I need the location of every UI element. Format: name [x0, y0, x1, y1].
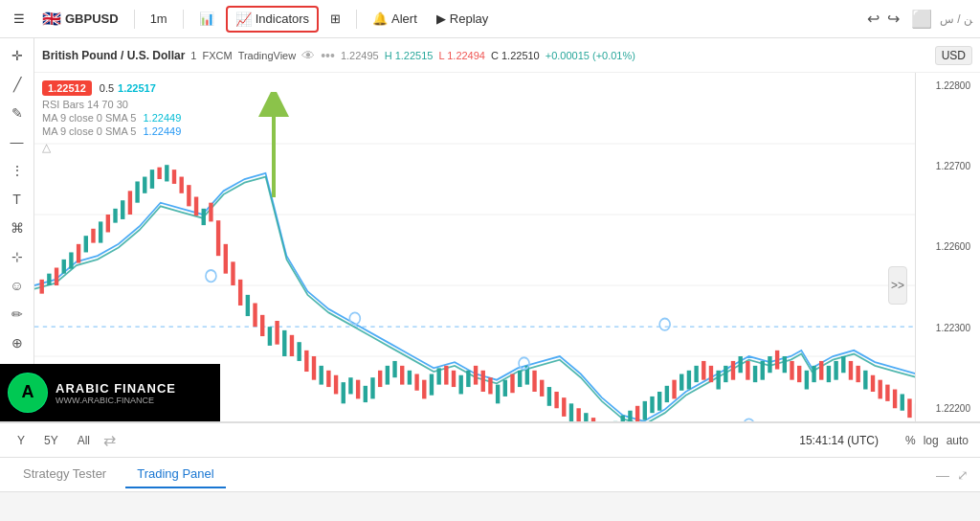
- svg-rect-116: [834, 361, 837, 380]
- svg-rect-66: [466, 371, 470, 387]
- percent-button[interactable]: %: [905, 434, 916, 447]
- chart-type-button[interactable]: 📊: [191, 8, 222, 30]
- svg-rect-106: [761, 361, 765, 380]
- svg-rect-107: [768, 356, 771, 373]
- cursor-tool[interactable]: ✛: [4, 42, 31, 69]
- dots-icon[interactable]: •••: [321, 48, 335, 63]
- fib-tool[interactable]: ⋮: [4, 157, 31, 184]
- svg-rect-47: [326, 371, 330, 387]
- svg-rect-42: [290, 335, 294, 356]
- svg-rect-22: [143, 177, 146, 193]
- alert-button[interactable]: 🔔 Alert: [365, 8, 425, 30]
- svg-rect-29: [194, 197, 198, 216]
- price-level-6: 1.22200: [918, 403, 974, 414]
- svg-rect-12: [69, 252, 73, 268]
- svg-rect-105: [753, 366, 757, 382]
- svg-rect-97: [694, 366, 698, 382]
- menu-icon: ☰: [13, 11, 25, 26]
- account-menu[interactable]: ﻦ / ﺱ: [940, 12, 972, 26]
- svg-rect-104: [746, 361, 749, 380]
- chart-collapse-button[interactable]: >>: [888, 266, 907, 305]
- svg-rect-49: [342, 382, 345, 403]
- 5year-button[interactable]: 5Y: [38, 431, 64, 450]
- eye-icon[interactable]: 👁: [301, 48, 315, 63]
- svg-rect-60: [422, 380, 426, 399]
- indicators-button[interactable]: 📈 Indicators: [226, 6, 319, 33]
- price-level-5: 1.22300: [918, 323, 974, 333]
- svg-rect-23: [150, 170, 154, 189]
- currency-badge[interactable]: USD: [935, 46, 972, 65]
- year-button[interactable]: Y: [11, 431, 31, 450]
- candle-icon: 📊: [199, 11, 214, 26]
- zoom-in-tool[interactable]: ⊕: [4, 329, 31, 356]
- svg-rect-73: [518, 371, 522, 387]
- svg-rect-39: [268, 327, 272, 346]
- af-brand-text: ARABIC FINANCE WWW.ARABIC.FINANCE: [56, 381, 176, 405]
- svg-rect-35: [238, 280, 242, 306]
- replay-button[interactable]: ▶ Replay: [429, 8, 496, 30]
- horizontal-line-tool[interactable]: —: [4, 128, 31, 155]
- svg-rect-98: [702, 361, 705, 380]
- alert-icon: 🔔: [372, 11, 388, 26]
- replay-label: Replay: [450, 11, 488, 26]
- svg-rect-94: [672, 380, 676, 399]
- svg-rect-113: [812, 366, 815, 382]
- layout-button[interactable]: ⊞: [323, 8, 348, 30]
- auto-button[interactable]: auto: [947, 434, 969, 447]
- expand-panel-button[interactable]: ⤢: [957, 467, 969, 483]
- svg-point-136: [349, 312, 360, 324]
- svg-rect-71: [503, 380, 507, 396]
- tab-strategy-tester[interactable]: Strategy Tester: [11, 461, 118, 488]
- symbol-selector[interactable]: 🇬🇧 GBPUSD: [34, 6, 126, 32]
- redo-button[interactable]: ↪: [887, 10, 900, 28]
- svg-rect-26: [172, 170, 176, 184]
- svg-rect-68: [481, 371, 485, 392]
- svg-rect-122: [879, 380, 882, 399]
- svg-rect-57: [400, 366, 404, 385]
- arabic-finance-watermark: A ARABIC FINANCE WWW.ARABIC.FINANCE: [0, 364, 220, 421]
- svg-rect-112: [805, 371, 809, 390]
- svg-rect-56: [392, 361, 396, 377]
- divider3: [356, 10, 357, 29]
- svg-rect-15: [91, 229, 95, 243]
- tab-trading-panel[interactable]: Trading Panel: [125, 461, 225, 488]
- svg-rect-10: [55, 268, 58, 286]
- svg-rect-93: [665, 386, 669, 402]
- svg-rect-70: [496, 385, 500, 404]
- undo-button[interactable]: ↩: [867, 10, 880, 28]
- bottom-panel: Y 5Y All ⇄ 15:41:14 (UTC) % log auto Str…: [0, 421, 980, 521]
- svg-rect-75: [532, 371, 536, 392]
- symbol-full: British Pound / U.S. Dollar: [42, 49, 185, 62]
- measure-tool[interactable]: ⊹: [4, 243, 31, 270]
- divider2: [183, 10, 184, 29]
- svg-rect-114: [819, 361, 823, 380]
- svg-rect-40: [275, 321, 278, 345]
- magnet-tool[interactable]: ✏: [4, 301, 31, 328]
- current-price: 1.22517: [118, 82, 156, 94]
- calendar-icon[interactable]: ⇄: [103, 431, 116, 449]
- svg-rect-96: [687, 371, 691, 390]
- fullscreen-button[interactable]: ⬜: [911, 9, 932, 30]
- minimize-panel-button[interactable]: —: [936, 467, 949, 483]
- price-close: C 1.22510: [491, 50, 540, 61]
- log-button[interactable]: log: [924, 434, 939, 447]
- svg-rect-36: [246, 295, 250, 316]
- timeframe-selector[interactable]: 1m: [143, 8, 175, 30]
- svg-rect-110: [790, 361, 793, 380]
- bottom-tabs: Strategy Tester Trading Panel — ⤢: [0, 458, 980, 492]
- pattern-tool[interactable]: ⌘: [4, 215, 31, 241]
- collapse-chart-button[interactable]: △: [42, 141, 181, 154]
- svg-rect-38: [260, 315, 264, 336]
- svg-rect-50: [348, 377, 352, 394]
- svg-rect-115: [827, 366, 831, 382]
- svg-point-138: [659, 319, 670, 330]
- menu-button[interactable]: ☰: [8, 8, 31, 30]
- main-toolbar: ☰ 🇬🇧 GBPUSD 1m 📊 📈 Indicators ⊞ 🔔 Alert …: [0, 0, 980, 38]
- all-button[interactable]: All: [72, 431, 96, 450]
- trend-line-tool[interactable]: ╱: [4, 71, 31, 98]
- zoom-tool[interactable]: ☺: [4, 272, 31, 299]
- svg-rect-100: [716, 371, 720, 390]
- svg-rect-11: [62, 260, 66, 274]
- pen-tool[interactable]: ✎: [4, 100, 31, 126]
- text-tool[interactable]: T: [4, 186, 31, 213]
